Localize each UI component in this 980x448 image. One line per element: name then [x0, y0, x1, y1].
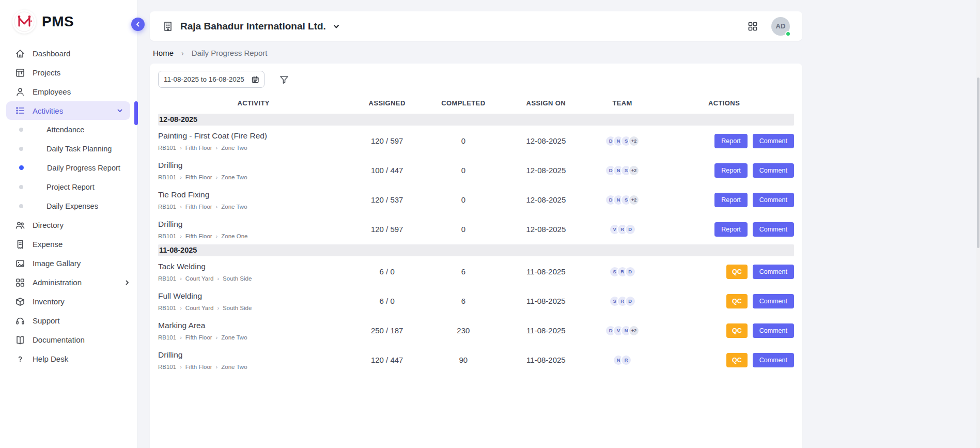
sidebar-item-image-gallery[interactable]: Image Gallary	[0, 254, 137, 273]
sidebar-item-label: Employees	[33, 87, 71, 96]
path-segment: RB101	[158, 204, 176, 210]
grid-icon	[15, 277, 25, 288]
activity-name[interactable]: Tie Rod Fixing	[158, 190, 349, 199]
path-segment: RB101	[158, 275, 176, 282]
image-icon	[15, 258, 25, 269]
sidebar-subitem-daily-task-planning[interactable]: Daily Task Planning	[0, 139, 137, 158]
activity-name[interactable]: Full Welding	[158, 291, 349, 301]
activity-name[interactable]: Marking Area	[158, 321, 349, 330]
sidebar-subitem-label: Daily Task Planning	[46, 145, 112, 153]
comment-button[interactable]: Comment	[753, 134, 794, 148]
report-button[interactable]: Report	[714, 222, 748, 237]
chevron-right-icon: ›	[216, 364, 218, 370]
activity-name[interactable]: Drilling	[158, 350, 349, 360]
comment-button[interactable]: Comment	[753, 265, 794, 279]
sidebar-item-documentation[interactable]: Documentation	[0, 330, 137, 349]
top-header-bar: Raja Bahadur International Ltd. AD	[150, 11, 802, 41]
table-row: Tack WeldingRB101›Court Yard›South Side6…	[158, 257, 794, 286]
path-segment: Court Yard	[185, 275, 214, 282]
report-button[interactable]: Report	[714, 134, 748, 148]
sidebar-subitem-project-report[interactable]: Project Report	[0, 177, 137, 196]
actions-cell: ReportComment	[654, 222, 794, 237]
sidebar-item-employees[interactable]: Employees	[0, 82, 137, 101]
app-logo[interactable]: PMS	[0, 0, 137, 40]
sidebar-item-label: Help Desk	[33, 354, 68, 363]
qc-button[interactable]: QC	[726, 353, 748, 367]
chevron-down-icon	[333, 23, 340, 30]
filter-button[interactable]	[279, 74, 289, 85]
sidebar-item-projects[interactable]: Projects	[0, 63, 137, 82]
chevron-right-icon: ›	[216, 334, 218, 341]
activity-cell: DrillingRB101›Fifth Floor›Zone Two	[158, 350, 349, 370]
comment-button[interactable]: Comment	[753, 163, 794, 178]
sidebar-item-dashboard[interactable]: Dashboard	[0, 44, 137, 63]
assigned-value: 6 / 0	[349, 297, 425, 305]
comment-button[interactable]: Comment	[753, 222, 794, 237]
sidebar-item-inventory[interactable]: Inventory	[0, 292, 137, 311]
table-row: DrillingRB101›Fifth Floor›Zone One120 / …	[158, 214, 794, 244]
sidebar-item-expense[interactable]: Expense	[0, 235, 137, 254]
sidebar-item-directory[interactable]: Directory	[0, 215, 137, 235]
chevron-right-icon: ›	[216, 204, 218, 210]
activity-name[interactable]: Painting - First Coat (Fire Red)	[158, 131, 349, 141]
team-avatar[interactable]: D	[625, 266, 636, 277]
chevron-right-icon: ›	[180, 204, 182, 210]
report-button[interactable]: Report	[714, 193, 748, 207]
actions-cell: QCComment	[654, 265, 794, 279]
team-avatar[interactable]: D	[625, 224, 636, 235]
comment-button[interactable]: Comment	[753, 294, 794, 308]
team-avatars: DNS+2	[590, 135, 654, 147]
team-avatar[interactable]: R	[620, 354, 632, 366]
date-range-input[interactable]	[164, 75, 251, 83]
qc-button[interactable]: QC	[726, 265, 748, 279]
sidebar-item-administration[interactable]: Administration	[0, 273, 137, 292]
sidebar-subitem-daily-progress-report[interactable]: Daily Progress Report	[0, 158, 137, 177]
user-avatar[interactable]: AD	[771, 17, 790, 36]
team-overflow-badge[interactable]: +2	[628, 194, 640, 206]
activity-name[interactable]: Tack Welding	[158, 262, 349, 271]
apps-grid-button[interactable]	[748, 21, 758, 32]
sidebar-collapse-button[interactable]	[131, 18, 145, 31]
avatar-initials: AD	[776, 22, 786, 30]
date-group-header: 12-08-2025	[158, 114, 794, 126]
assigned-value: 100 / 447	[349, 166, 425, 175]
sidebar-item-help-desk[interactable]: Help Desk	[0, 349, 137, 368]
sidebar-item-label: Image Gallary	[33, 259, 81, 268]
breadcrumb-home[interactable]: Home	[153, 49, 174, 57]
team-overflow-badge[interactable]: +2	[628, 325, 640, 336]
book-icon	[15, 335, 25, 345]
chevron-right-icon: ›	[180, 305, 182, 311]
logo-mark-icon	[12, 10, 36, 34]
team-overflow-badge[interactable]: +2	[628, 165, 640, 176]
completed-value: 0	[425, 195, 502, 204]
team-cell: DVN+2	[590, 325, 654, 336]
assigned-value: 120 / 537	[349, 195, 425, 204]
activity-path: RB101›Court Yard›South Side	[158, 305, 349, 311]
activity-name[interactable]: Drilling	[158, 161, 349, 170]
sidebar-item-label: Directory	[33, 221, 64, 229]
online-status-dot	[785, 31, 791, 37]
qc-button[interactable]: QC	[726, 323, 748, 338]
comment-button[interactable]: Comment	[753, 323, 794, 338]
scrollbar-thumb[interactable]	[977, 78, 979, 248]
qc-button[interactable]: QC	[726, 294, 748, 308]
column-header-assign-on: ASSIGN ON	[502, 99, 590, 107]
chevron-down-icon	[117, 107, 123, 114]
team-avatar[interactable]: D	[625, 296, 636, 307]
path-segment: RB101	[158, 305, 176, 311]
sidebar-subitem-daily-expenses[interactable]: Daily Expenses	[0, 196, 137, 215]
sidebar-item-support[interactable]: Support	[0, 311, 137, 330]
path-segment: South Side	[223, 275, 252, 282]
sidebar-item-activities[interactable]: Activities	[6, 101, 130, 120]
path-segment: Zone Two	[221, 145, 247, 151]
actions-cell: ReportComment	[654, 134, 794, 148]
sidebar-subitem-attendance[interactable]: Attendance	[0, 120, 137, 139]
report-button[interactable]: Report	[714, 163, 748, 178]
completed-value: 0	[425, 166, 502, 175]
comment-button[interactable]: Comment	[753, 353, 794, 367]
date-range-field[interactable]	[158, 71, 265, 88]
company-selector[interactable]: Raja Bahadur International Ltd.	[162, 21, 340, 32]
comment-button[interactable]: Comment	[753, 193, 794, 207]
team-overflow-badge[interactable]: +2	[628, 135, 640, 147]
activity-name[interactable]: Drilling	[158, 220, 349, 229]
